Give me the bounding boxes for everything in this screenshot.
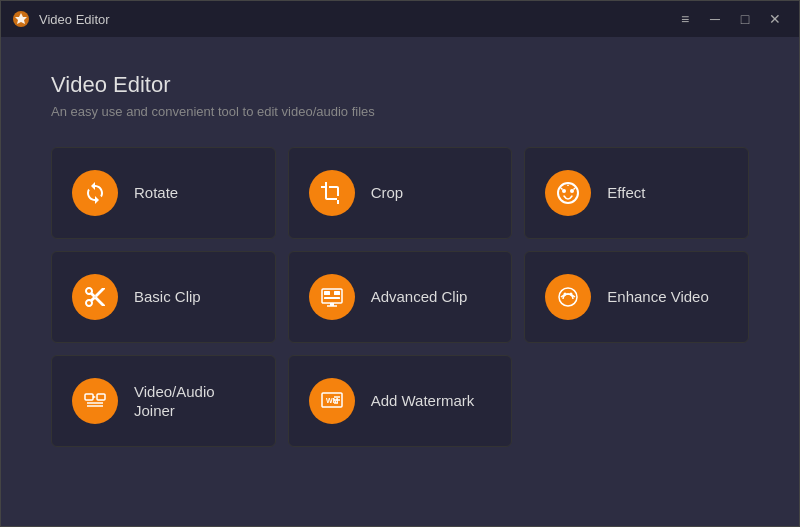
crop-label: Crop [371, 183, 404, 203]
svg-point-4 [570, 189, 574, 193]
enhance-video-label: Enhance Video [607, 287, 708, 307]
add-watermark-card[interactable]: WM Add Watermark [288, 355, 513, 447]
rotate-label: Rotate [134, 183, 178, 203]
svg-rect-6 [324, 291, 330, 295]
menu-button[interactable]: ≡ [671, 7, 699, 31]
page-title: Video Editor [51, 72, 749, 98]
app-window: Video Editor ≡ ─ □ ✕ Video Editor An eas… [0, 0, 800, 527]
advanced-clip-icon-wrap [309, 274, 355, 320]
effect-label: Effect [607, 183, 645, 203]
svg-rect-15 [97, 394, 105, 400]
crop-icon [320, 181, 344, 205]
video-audio-joiner-card[interactable]: Video/Audio Joiner [51, 355, 276, 447]
window-title: Video Editor [39, 12, 671, 27]
joiner-icon [83, 389, 107, 413]
page-subtitle: An easy use and convenient tool to edit … [51, 104, 749, 119]
video-audio-joiner-label: Video/Audio Joiner [134, 382, 215, 421]
maximize-button[interactable]: □ [731, 7, 759, 31]
enhance-video-card[interactable]: Enhance Video [524, 251, 749, 343]
add-watermark-label: Add Watermark [371, 391, 475, 411]
basic-clip-label: Basic Clip [134, 287, 201, 307]
main-content: Video Editor An easy use and convenient … [1, 37, 799, 526]
joiner-icon-wrap [72, 378, 118, 424]
svg-marker-14 [93, 396, 96, 399]
effect-icon [556, 181, 580, 205]
close-button[interactable]: ✕ [761, 7, 789, 31]
svg-rect-7 [334, 291, 340, 295]
app-icon [11, 9, 31, 29]
effect-icon-wrap [545, 170, 591, 216]
enhance-icon-wrap [545, 274, 591, 320]
crop-card[interactable]: Crop [288, 147, 513, 239]
empty-slot [524, 355, 749, 447]
advanced-clip-card[interactable]: Advanced Clip [288, 251, 513, 343]
watermark-icon: WM [320, 389, 344, 413]
basic-clip-icon-wrap [72, 274, 118, 320]
rotate-icon-wrap [72, 170, 118, 216]
effect-card[interactable]: Effect [524, 147, 749, 239]
minimize-button[interactable]: ─ [701, 7, 729, 31]
basic-clip-card[interactable]: Basic Clip [51, 251, 276, 343]
advanced-clip-label: Advanced Clip [371, 287, 468, 307]
rotate-card[interactable]: Rotate [51, 147, 276, 239]
watermark-icon-wrap: WM [309, 378, 355, 424]
title-bar: Video Editor ≡ ─ □ ✕ [1, 1, 799, 37]
enhance-icon [556, 285, 580, 309]
crop-icon-wrap [309, 170, 355, 216]
svg-point-3 [562, 189, 566, 193]
window-controls: ≡ ─ □ ✕ [671, 7, 789, 31]
scissors-icon [83, 285, 107, 309]
svg-rect-8 [324, 297, 340, 299]
rotate-icon [83, 181, 107, 205]
tools-grid: Rotate Crop [51, 147, 749, 447]
svg-rect-13 [85, 394, 93, 400]
advanced-clip-icon [320, 285, 344, 309]
